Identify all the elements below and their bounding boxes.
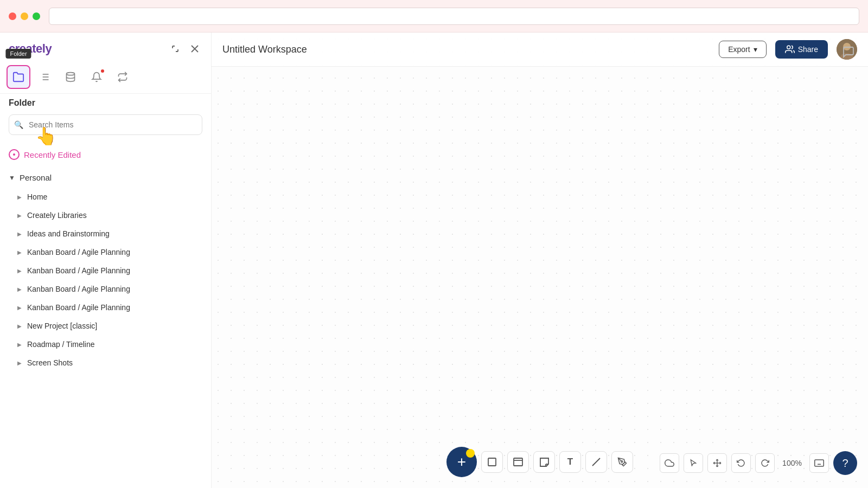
recently-edited-item[interactable]: Recently Edited	[4, 144, 207, 165]
sub-item-kanban-4-label: Kanban Board / Agile Planning	[27, 303, 130, 312]
svg-line-14	[592, 458, 600, 466]
card-icon	[513, 458, 523, 466]
chevron-down-icon: ▼	[9, 174, 15, 182]
minimize-button[interactable]	[21, 12, 28, 20]
sidebar-top: creately	[0, 33, 211, 61]
workspace-title: Untitled Workspace	[222, 44, 710, 55]
share-icon	[785, 44, 795, 54]
nav-tab-notifications[interactable]	[85, 65, 108, 89]
sub-item-kanban-3[interactable]: ▶ Kanban Board / Agile Planning	[13, 280, 207, 298]
arrow-icon-kanban-4: ▶	[17, 305, 22, 311]
tool-sticky-note[interactable]	[533, 451, 555, 473]
personal-sub-items: ▶ Home ▶ Creately Libraries ▶ Ideas and …	[4, 188, 207, 372]
sub-item-creately-libraries[interactable]: ▶ Creately Libraries	[13, 206, 207, 224]
personal-folder-label: Personal	[20, 173, 52, 182]
sub-item-ideas-brainstorming[interactable]: ▶ Ideas and Brainstorming	[13, 224, 207, 243]
traffic-lights	[9, 12, 40, 20]
keyboard-icon	[814, 459, 824, 467]
arrow-icon-kanban-1: ▶	[17, 249, 22, 255]
folder-label: Folder	[0, 94, 211, 114]
sub-item-kanban-2[interactable]: ▶ Kanban Board / Agile Planning	[13, 261, 207, 280]
arrow-icon-kanban-3: ▶	[17, 286, 22, 292]
sub-item-kanban-1-label: Kanban Board / Agile Planning	[27, 248, 130, 256]
svg-point-7	[787, 46, 790, 49]
search-input[interactable]	[9, 114, 202, 135]
sub-item-screenshots[interactable]: ▶ Screen Shots	[13, 354, 207, 372]
nav-tab-layers[interactable]	[111, 65, 135, 89]
sub-item-new-project[interactable]: ▶ New Project [classic]	[13, 317, 207, 335]
sub-item-home[interactable]: ▶ Home	[13, 188, 207, 206]
arrow-icon-home: ▶	[17, 194, 22, 200]
main-layout: creately Folder	[0, 33, 868, 488]
keyboard-shortcuts-button[interactable]	[809, 453, 829, 473]
recently-edited-label: Recently Edited	[24, 150, 81, 159]
comment-button[interactable]	[838, 41, 859, 63]
recently-edited-icon	[9, 149, 20, 160]
sub-item-kanban-4[interactable]: ▶ Kanban Board / Agile Planning	[13, 298, 207, 317]
rectangle-icon	[487, 457, 497, 467]
arrow-icon-libraries: ▶	[17, 213, 22, 219]
tool-text[interactable]: T	[559, 451, 581, 473]
svg-point-15	[621, 461, 623, 463]
close-panel-button[interactable]	[187, 41, 202, 56]
redo-button[interactable]	[755, 453, 775, 473]
text-icon: T	[567, 457, 573, 467]
close-button[interactable]	[9, 12, 16, 20]
undo-button[interactable]	[731, 453, 751, 473]
svg-rect-11	[488, 458, 496, 466]
tool-card[interactable]	[507, 451, 529, 473]
url-bar[interactable]	[49, 8, 859, 25]
export-button[interactable]: Export ▾	[719, 41, 766, 58]
pen-icon	[617, 457, 627, 467]
folder-tab-wrapper: Folder	[7, 65, 30, 89]
expand-button[interactable]	[168, 41, 183, 56]
move-icon	[713, 459, 722, 467]
arrow-icon-ideas: ▶	[17, 231, 22, 237]
personal-folder-item[interactable]: ▼ Personal	[4, 168, 207, 188]
tool-line[interactable]	[585, 451, 607, 473]
title-bar	[0, 0, 868, 33]
arrow-icon-kanban-2: ▶	[17, 268, 22, 274]
notification-dot	[100, 68, 105, 74]
bottom-right-controls: 100% ?	[660, 451, 857, 475]
tool-rectangle[interactable]	[481, 451, 503, 473]
sidebar-content: Recently Edited ▼ Personal ▶ Home ▶ Crea…	[0, 144, 211, 488]
add-button[interactable]: +	[446, 447, 477, 477]
select-tool-button[interactable]	[684, 453, 703, 473]
tool-pen[interactable]	[611, 451, 633, 473]
sub-item-ideas-label: Ideas and Brainstorming	[27, 229, 110, 238]
cloud-icon	[665, 458, 674, 468]
export-dropdown-icon: ▾	[754, 45, 757, 54]
pan-tool-button[interactable]	[707, 453, 727, 473]
cloud-save-button[interactable]	[660, 453, 679, 473]
redo-icon	[761, 459, 769, 467]
add-button-badge	[466, 449, 475, 458]
help-icon: ?	[842, 457, 848, 470]
maximize-button[interactable]	[33, 12, 40, 20]
search-icon: 🔍	[14, 120, 23, 129]
sub-item-home-label: Home	[27, 192, 47, 201]
arrow-icon-screenshots: ▶	[17, 360, 22, 366]
logo: creately	[9, 42, 52, 56]
nav-tab-database[interactable]	[59, 65, 82, 89]
add-icon: +	[457, 453, 466, 471]
bottom-toolbar: + T	[446, 447, 633, 477]
sidebar-top-right	[168, 41, 202, 56]
share-button[interactable]: Share	[775, 40, 828, 59]
sub-item-creately-libraries-label: Creately Libraries	[27, 211, 87, 220]
comment-icon	[842, 46, 855, 59]
nav-tab-list[interactable]	[33, 65, 56, 89]
sub-item-kanban-1[interactable]: ▶ Kanban Board / Agile Planning	[13, 243, 207, 261]
sub-item-kanban-2-label: Kanban Board / Agile Planning	[27, 266, 130, 275]
undo-icon	[737, 459, 745, 467]
sub-item-roadmap[interactable]: ▶ Roadmap / Timeline	[13, 335, 207, 354]
export-label: Export	[728, 45, 750, 54]
logo-text: creately	[9, 42, 52, 55]
canvas-area[interactable]: Untitled Workspace Export ▾ Share	[212, 33, 868, 488]
nav-tab-folder[interactable]	[7, 65, 30, 89]
svg-rect-12	[514, 458, 522, 466]
arrow-icon-roadmap: ▶	[17, 342, 22, 348]
sticky-note-icon	[540, 458, 549, 467]
sub-item-screenshots-label: Screen Shots	[27, 358, 73, 367]
help-button[interactable]: ?	[833, 451, 857, 475]
